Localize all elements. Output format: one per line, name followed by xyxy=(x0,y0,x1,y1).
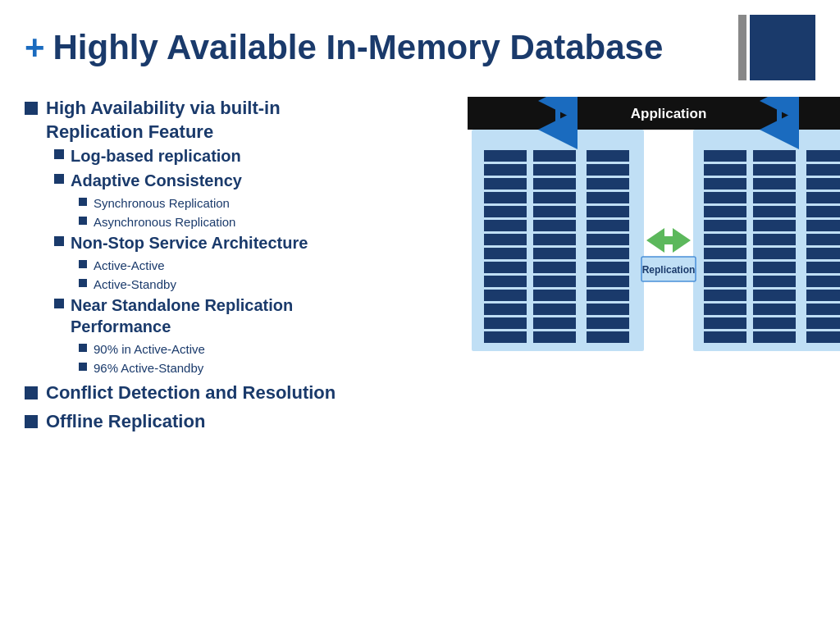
bullet-90-aa: 90% in Active-Active xyxy=(79,340,443,358)
svg-rect-23 xyxy=(533,178,576,189)
main-content: High Availability via built-in Replicati… xyxy=(0,89,840,443)
ha-text-line1: High Availability via built-in xyxy=(46,98,281,118)
svg-rect-9 xyxy=(484,178,527,189)
svg-rect-93 xyxy=(664,236,673,244)
header: + Highly Available In-Memory Database xyxy=(0,0,840,89)
svg-rect-47 xyxy=(587,317,629,329)
app-label: Application xyxy=(631,106,707,121)
svg-rect-13 xyxy=(484,234,527,245)
bullet-icon-sync xyxy=(79,198,87,206)
svg-rect-41 xyxy=(587,234,629,245)
bullet-ha-heading: High Availability via built-in Replicati… xyxy=(25,97,443,144)
svg-rect-24 xyxy=(533,192,576,203)
svg-rect-83 xyxy=(806,234,840,245)
bullet-label-90: 90% in Active-Active xyxy=(94,340,205,358)
bullet-label-ns2: Performance xyxy=(71,317,171,336)
nonstop-children: Active-Active Active-Standby xyxy=(79,257,443,293)
svg-rect-70 xyxy=(753,248,796,259)
svg-rect-78 xyxy=(806,164,840,176)
ns-children: 90% in Active-Active 96% Active-Standby xyxy=(79,340,443,377)
svg-rect-81 xyxy=(806,206,840,217)
logo-square xyxy=(750,15,815,80)
svg-rect-25 xyxy=(533,206,576,217)
svg-rect-80 xyxy=(806,192,840,203)
svg-rect-87 xyxy=(806,290,840,301)
svg-rect-28 xyxy=(533,248,576,259)
svg-rect-45 xyxy=(587,290,629,301)
bullet-adaptive: Adaptive Consistency xyxy=(54,170,443,191)
bullet-label-log: Log-based replication xyxy=(71,145,241,167)
svg-rect-75 xyxy=(753,317,796,329)
svg-rect-52 xyxy=(704,192,746,203)
svg-rect-15 xyxy=(484,262,527,273)
right-panel: Application xyxy=(468,97,840,435)
svg-rect-39 xyxy=(587,206,629,217)
adaptive-children: Synchronous Replication Asynchronous Rep… xyxy=(79,194,443,231)
svg-rect-56 xyxy=(704,248,746,259)
svg-rect-19 xyxy=(484,317,527,329)
svg-rect-62 xyxy=(704,331,746,343)
bullet-log-based: Log-based replication xyxy=(54,145,443,167)
svg-rect-58 xyxy=(704,276,746,287)
svg-rect-26 xyxy=(533,220,576,231)
svg-rect-37 xyxy=(587,178,629,189)
svg-rect-68 xyxy=(753,220,796,231)
svg-rect-27 xyxy=(533,234,576,245)
svg-rect-60 xyxy=(704,304,746,315)
svg-rect-88 xyxy=(806,304,840,315)
svg-rect-35 xyxy=(587,150,629,162)
svg-rect-66 xyxy=(753,192,796,203)
svg-rect-64 xyxy=(753,164,796,176)
header-plus: + xyxy=(25,28,45,67)
svg-rect-67 xyxy=(753,206,796,217)
bullet-label-96: 96% Active-Standby xyxy=(94,359,203,377)
svg-rect-73 xyxy=(753,290,796,301)
ha-text: High Availability via built-in Replicati… xyxy=(46,97,281,144)
bullet-label-sync: Synchronous Replication xyxy=(94,194,230,212)
logo xyxy=(738,15,815,80)
svg-rect-72 xyxy=(753,276,796,287)
svg-rect-86 xyxy=(806,276,840,287)
svg-rect-90 xyxy=(806,331,840,343)
near-standalone-text: Near Standalone Replication Performance xyxy=(71,294,293,337)
svg-rect-43 xyxy=(587,262,629,273)
svg-rect-61 xyxy=(704,317,746,329)
bullet-icon-90 xyxy=(79,344,87,352)
bullet-offline: Offline Replication xyxy=(25,410,443,434)
svg-rect-57 xyxy=(704,262,746,273)
bullet-nonstop: Non-Stop Service Architecture xyxy=(54,232,443,253)
svg-rect-76 xyxy=(753,331,796,343)
bullet-async-rep: Asynchronous Replication xyxy=(79,213,443,231)
bullet-icon-offline xyxy=(25,415,38,428)
svg-rect-38 xyxy=(587,192,629,203)
svg-rect-89 xyxy=(806,317,840,329)
bullet-label-offline: Offline Replication xyxy=(46,410,205,434)
svg-rect-53 xyxy=(704,206,746,217)
svg-rect-22 xyxy=(533,164,576,176)
bullet-icon-nonstop xyxy=(54,236,64,246)
svg-rect-50 xyxy=(704,164,746,176)
svg-rect-32 xyxy=(533,304,576,315)
bullet-label-async: Asynchronous Replication xyxy=(94,213,235,231)
svg-rect-51 xyxy=(704,178,746,189)
logo-bar xyxy=(738,15,746,80)
svg-rect-71 xyxy=(753,262,796,273)
svg-marker-91 xyxy=(646,228,664,253)
svg-rect-40 xyxy=(587,220,629,231)
replication-label: Replication xyxy=(642,264,696,276)
svg-rect-10 xyxy=(484,192,527,203)
bullet-icon-aa xyxy=(79,260,87,268)
bullet-icon-as xyxy=(79,279,87,287)
svg-rect-33 xyxy=(533,317,576,329)
bullet-icon-96 xyxy=(79,363,87,371)
bullet-label-as: Active-Standby xyxy=(94,276,176,293)
svg-rect-79 xyxy=(806,178,840,189)
bullet-label-aa: Active-Active xyxy=(94,257,165,274)
bullet-label-nonstop: Non-Stop Service Architecture xyxy=(71,232,308,253)
svg-rect-54 xyxy=(704,220,746,231)
bullet-icon-log xyxy=(54,149,64,159)
svg-rect-77 xyxy=(806,150,840,162)
svg-rect-11 xyxy=(484,206,527,217)
svg-rect-20 xyxy=(484,331,527,343)
svg-rect-16 xyxy=(484,276,527,287)
